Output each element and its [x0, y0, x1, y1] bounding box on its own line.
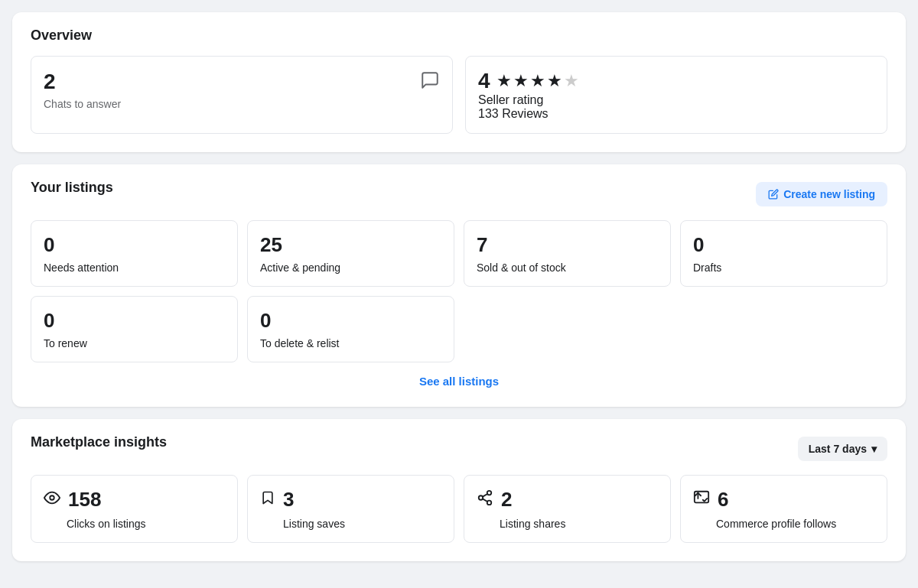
star-4: ★ [547, 71, 562, 91]
stat-to-delete-relist[interactable]: 0 To delete & relist [247, 296, 454, 362]
to-delete-label: To delete & relist [260, 337, 441, 349]
dropdown-chevron-icon: ▾ [871, 443, 877, 455]
insights-section: Marketplace insights Last 7 days ▾ 158 C… [12, 419, 906, 561]
days-dropdown-button[interactable]: Last 7 days ▾ [798, 437, 887, 461]
follows-count: 6 [718, 488, 728, 512]
sold-out-label: Sold & out of stock [477, 262, 658, 274]
star-3: ★ [530, 71, 545, 91]
saves-label: Listing saves [260, 518, 441, 530]
star-5: ★ [564, 71, 579, 91]
insight-saves[interactable]: 3 Listing saves [247, 475, 454, 543]
rating-content: 4 ★ ★ ★ ★ ★ Seller rating 133 Reviews [478, 69, 579, 121]
active-pending-count: 25 [260, 233, 441, 257]
saves-count: 3 [283, 488, 294, 512]
overview-row: 2 Chats to answer 4 ★ ★ ★ ★ ★ [31, 56, 887, 134]
insight-follows-top: 6 [693, 488, 874, 512]
chats-count: 2 [44, 69, 121, 95]
to-renew-count: 0 [44, 309, 225, 333]
drafts-label: Drafts [693, 262, 874, 274]
star-2: ★ [513, 71, 529, 91]
overview-title: Overview [31, 28, 887, 44]
share-icon [477, 489, 493, 510]
stat-sold-out-of-stock[interactable]: 7 Sold & out of stock [464, 220, 671, 287]
stars-container: ★ ★ ★ ★ ★ [496, 71, 579, 91]
listings-header: Your listings Create new listing [31, 180, 887, 208]
needs-attention-count: 0 [44, 233, 225, 257]
svg-point-0 [50, 496, 54, 501]
eye-icon [44, 489, 60, 510]
svg-line-4 [483, 499, 487, 502]
shares-label: Listing shares [477, 518, 658, 530]
clicks-label: Clicks on listings [44, 518, 225, 530]
create-listing-button[interactable]: Create new listing [756, 182, 887, 206]
chats-card[interactable]: 2 Chats to answer [31, 56, 453, 134]
drafts-count: 0 [693, 233, 874, 257]
svg-line-5 [483, 494, 487, 497]
shares-count: 2 [501, 488, 512, 512]
to-renew-label: To renew [44, 337, 225, 349]
listings-section: Your listings Create new listing 0 Needs… [12, 164, 906, 407]
rating-card[interactable]: 4 ★ ★ ★ ★ ★ Seller rating 133 Reviews [465, 56, 887, 134]
rating-row: 4 ★ ★ ★ ★ ★ [478, 69, 579, 93]
insight-clicks-top: 158 [44, 488, 225, 512]
star-1: ★ [496, 71, 512, 91]
insight-clicks[interactable]: 158 Clicks on listings [31, 475, 238, 543]
create-listing-icon [768, 189, 779, 200]
active-pending-label: Active & pending [260, 262, 441, 274]
see-all-listings-link[interactable]: See all listings [419, 375, 499, 388]
stat-active-pending[interactable]: 25 Active & pending [247, 220, 454, 287]
insights-header: Marketplace insights Last 7 days ▾ [31, 434, 887, 463]
chats-content: 2 Chats to answer [44, 69, 121, 110]
to-delete-count: 0 [260, 309, 441, 333]
create-listing-label: Create new listing [783, 188, 875, 200]
days-dropdown-label: Last 7 days [809, 443, 867, 455]
svg-rect-6 [695, 492, 708, 503]
follows-label: Commerce profile follows [693, 518, 874, 530]
clicks-count: 158 [68, 488, 101, 512]
chats-label: Chats to answer [44, 98, 121, 110]
bookmark-icon [260, 489, 275, 510]
stat-drafts[interactable]: 0 Drafts [680, 220, 887, 287]
stat-to-renew[interactable]: 0 To renew [31, 296, 238, 362]
insight-shares-top: 2 [477, 488, 658, 512]
listings-title: Your listings [31, 180, 113, 196]
insight-follows[interactable]: 6 Commerce profile follows [680, 475, 887, 543]
rating-score: 4 [478, 69, 490, 93]
insight-saves-top: 3 [260, 488, 441, 512]
insight-shares[interactable]: 2 Listing shares [464, 475, 671, 543]
reviews-count: 133 Reviews [478, 107, 579, 121]
insights-grid: 158 Clicks on listings 3 Listing saves [31, 475, 887, 543]
insights-title: Marketplace insights [31, 434, 167, 450]
listings-grid-row1: 0 Needs attention 25 Active & pending 7 … [31, 220, 887, 287]
chat-icon [420, 70, 440, 95]
see-all-container: See all listings [31, 375, 887, 388]
profile-check-icon [693, 489, 710, 510]
sold-out-count: 7 [477, 233, 658, 257]
stat-needs-attention[interactable]: 0 Needs attention [31, 220, 238, 287]
listings-grid-row2: 0 To renew 0 To delete & relist [31, 296, 887, 362]
rating-label: Seller rating [478, 93, 579, 107]
needs-attention-label: Needs attention [44, 262, 225, 274]
overview-section: Overview 2 Chats to answer 4 ★ ★ [12, 12, 906, 152]
